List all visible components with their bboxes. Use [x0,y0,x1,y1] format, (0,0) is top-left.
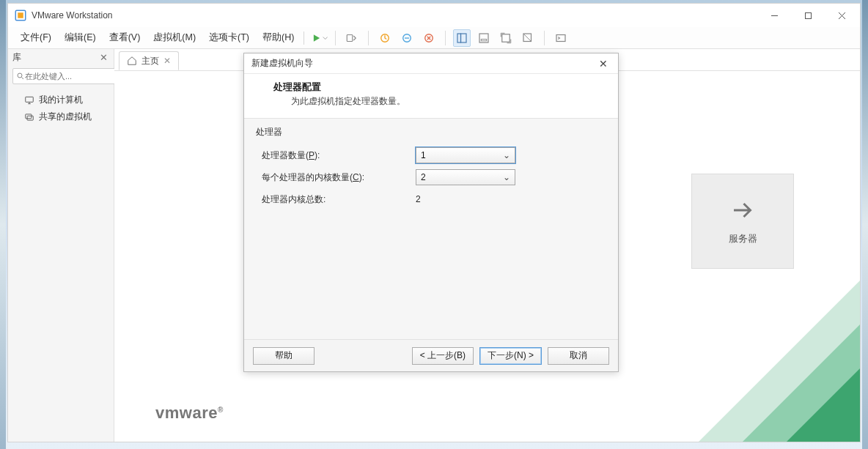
tree-label: 我的计算机 [39,94,83,106]
sidebar-search-row: ▼ [8,65,114,87]
svg-rect-3 [347,34,353,41]
snapshot-take-button[interactable] [376,29,394,47]
svg-rect-17 [27,116,33,120]
svg-rect-11 [502,34,510,42]
show-library-button[interactable] [453,29,471,47]
snapshot-revert-button[interactable] [398,29,416,47]
library-tree: 我的计算机 共享的虚拟机 [8,87,114,130]
tab-close-icon[interactable]: ✕ [163,56,171,66]
new-vm-wizard-dialog: 新建虚拟机向导 ✕ 处理器配置 为此虚拟机指定处理器数量。 处理器 处理器数量(… [243,53,619,372]
menu-view[interactable]: 查看(V) [103,29,147,46]
menu-help[interactable]: 帮助(H) [256,29,301,46]
svg-rect-10 [482,39,488,40]
app-icon [14,9,27,22]
svg-rect-2 [805,12,811,18]
snapshot-manager-button[interactable] [420,29,438,47]
tab-home[interactable]: 主页 ✕ [119,51,179,70]
sidebar: 库 ✕ ▼ 我的计算机 共享的虚拟机 [8,49,114,442]
processor-count-select[interactable]: 1 ⌄ [416,147,515,163]
back-button[interactable]: < 上一步(B) [412,347,474,365]
svg-rect-7 [457,34,461,42]
chevron-down-icon: ⌄ [503,150,510,160]
svg-rect-15 [26,97,34,102]
dialog-header: 处理器配置 为此虚拟机指定处理器数量。 [244,74,618,119]
help-button[interactable]: 帮助 [253,347,315,365]
tree-item-shared-vms[interactable]: 共享的虚拟机 [11,108,111,125]
svg-point-14 [18,73,22,78]
processor-group-label: 处理器 [254,125,608,144]
menubar: 文件(F) 编辑(E) 查看(V) 虚拟机(M) 选项卡(T) 帮助(H) [8,27,860,49]
unity-button[interactable] [519,29,537,47]
home-icon [127,56,137,66]
tree-label: 共享的虚拟机 [39,111,92,123]
toolbar [310,29,570,47]
dialog-title: 新建虚拟机向导 [251,57,313,70]
fullscreen-button[interactable] [497,29,515,47]
row-processor-count: 处理器数量(P): 1 ⌄ [262,144,600,166]
cancel-button[interactable]: 取消 [548,347,609,365]
search-icon [16,72,25,81]
toolbar-sep-4 [544,31,545,45]
row-cores-per-processor: 每个处理器的内核数量(C): 2 ⌄ [262,166,600,188]
window-controls [757,5,858,26]
svg-rect-16 [26,114,32,118]
menu-file[interactable]: 文件(F) [14,29,58,46]
tab-home-label: 主页 [141,55,159,67]
svg-rect-8 [461,34,467,42]
power-on-button[interactable] [310,29,328,47]
toolbar-sep-3 [445,31,446,45]
toolbar-sep-1 [335,31,336,45]
minimize-button[interactable] [757,5,791,26]
toolbar-sep-2 [368,31,369,45]
sidebar-header: 库 ✕ [8,49,114,65]
remote-card-label: 服务器 [729,232,757,245]
sidebar-title: 库 [12,51,21,64]
row-total-cores: 处理器内核总数: 2 [262,188,600,210]
connect-remote-card[interactable]: 服务器 [691,174,794,269]
close-button[interactable] [825,5,858,26]
show-thumbnail-button[interactable] [475,29,493,47]
cores-value: 2 [421,172,426,182]
menu-vm[interactable]: 虚拟机(M) [147,29,202,46]
svg-rect-9 [479,34,488,42]
chevron-down-icon: ⌄ [503,172,510,182]
menu-separator [304,31,304,45]
background-left [0,0,6,449]
sidebar-close-icon[interactable]: ✕ [98,52,109,63]
dialog-titlebar[interactable]: 新建虚拟机向导 ✕ [244,53,618,74]
menu-edit[interactable]: 编辑(E) [58,29,103,46]
svg-rect-13 [556,34,565,41]
dialog-subheading: 为此虚拟机指定处理器数量。 [273,95,605,108]
tree-item-my-computer[interactable]: 我的计算机 [11,92,111,108]
dialog-heading: 处理器配置 [273,81,605,94]
total-cores-label: 处理器内核总数: [262,193,416,206]
svg-rect-1 [18,12,23,18]
monitor-icon [24,95,34,105]
send-ctrlaltdel-button[interactable] [343,29,361,47]
titlebar[interactable]: VMware Workstation [8,4,860,27]
form-grid: 处理器数量(P): 1 ⌄ 每个处理器的内核数量(C): 2 ⌄ 处理器内核总数… [254,144,608,210]
maximize-button[interactable] [791,5,825,26]
menu-tabs[interactable]: 选项卡(T) [202,29,256,46]
processor-count-label: 处理器数量(P): [262,149,416,162]
decorative-triangles [669,281,860,442]
vmware-logo: vmware® [155,404,224,423]
search-input[interactable] [25,72,126,81]
processor-count-value: 1 [421,150,426,160]
shared-icon [24,112,34,122]
app-title: VMware Workstation [32,10,112,21]
dialog-footer: 帮助 < 上一步(B) 下一步(N) > 取消 [244,339,618,371]
arrow-right-icon [729,197,756,223]
next-button[interactable]: 下一步(N) > [479,347,542,365]
cores-per-processor-select[interactable]: 2 ⌄ [416,169,515,185]
total-cores-value: 2 [416,194,421,204]
console-button[interactable] [552,29,570,47]
dialog-body: 处理器 处理器数量(P): 1 ⌄ 每个处理器的内核数量(C): 2 ⌄ 处理器… [244,119,618,339]
background-right [862,0,868,449]
cores-label: 每个处理器的内核数量(C): [262,171,416,184]
dialog-close-icon[interactable]: ✕ [596,56,611,71]
